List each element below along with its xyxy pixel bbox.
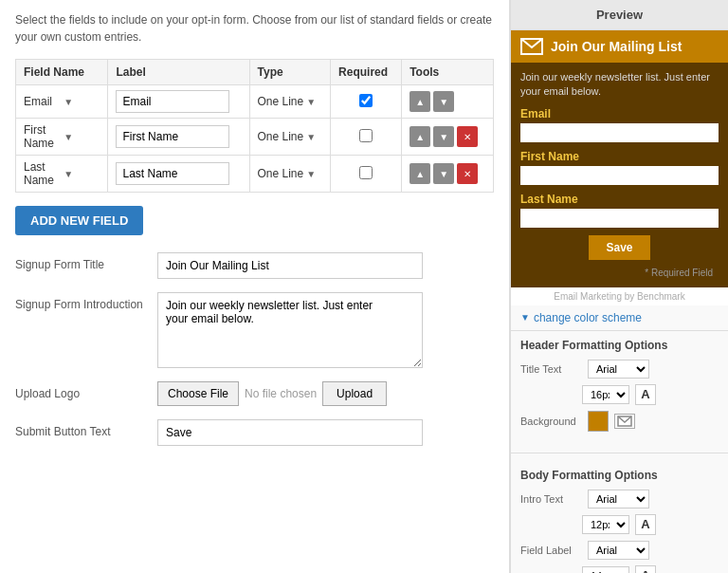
move-down-button[interactable]: ▼	[433, 163, 454, 184]
intro-text: Select the fields to include on your opt…	[15, 11, 494, 46]
preview-body: Join our weekly newsletter list. Just en…	[511, 63, 728, 287]
preview-title-text: Join Our Mailing List	[551, 39, 682, 54]
add-new-field-button[interactable]: ADD NEW FIELD	[15, 206, 143, 235]
delete-button[interactable]: ✕	[457, 126, 478, 147]
no-file-text: No file chosen	[245, 387, 317, 400]
signup-form-title-row: Signup Form Title	[15, 252, 494, 279]
field-label-size-row: 14px A	[520, 565, 719, 573]
signup-title-input[interactable]	[157, 252, 423, 279]
field-name-dropdown[interactable]: ▼	[64, 97, 100, 107]
body-formatting-title: Body Formatting Options	[520, 469, 719, 482]
intro-font-color-button[interactable]: A	[635, 514, 656, 535]
field-name-text: First Name	[24, 123, 60, 150]
required-checkbox[interactable]	[359, 94, 373, 107]
preview-header: Preview	[511, 0, 728, 30]
header-formatting-title: Header Formatting Options	[520, 339, 719, 352]
background-label: Background	[520, 416, 582, 427]
background-row: Background	[520, 411, 719, 432]
signup-title-label: Signup Form Title	[15, 252, 157, 271]
intro-text-row: Intro Text Arial	[520, 490, 719, 508]
type-text: One Line	[258, 130, 304, 143]
title-font-select[interactable]: Arial	[588, 360, 649, 379]
label-input[interactable]	[116, 90, 229, 113]
field-name-text: Last Name	[24, 160, 60, 187]
preview-field-label: Email	[520, 107, 719, 120]
preview-field: Last Name	[520, 193, 719, 228]
field-label-font-select[interactable]: Arial	[588, 541, 649, 560]
type-text: One Line	[258, 167, 304, 180]
type-text: One Line	[258, 95, 304, 108]
submit-button-text-row: Submit Button Text	[15, 419, 494, 446]
field-name-dropdown[interactable]: ▼	[64, 132, 100, 142]
required-checkbox[interactable]	[359, 166, 373, 179]
preview-field-label: First Name	[520, 150, 719, 163]
signup-intro-row: Signup Form Introduction	[15, 292, 494, 368]
col-header-label: Label	[108, 60, 249, 85]
preview-box: Join Our Mailing List Join our weekly ne…	[511, 30, 728, 305]
submit-btn-label: Submit Button Text	[15, 419, 157, 438]
title-text-row: Title Text Arial	[520, 360, 719, 379]
upload-button[interactable]: Upload	[322, 381, 387, 406]
table-row: Email ▼ One Line ▼ ▲ ▼	[16, 85, 494, 119]
body-formatting-section: Body Formatting Options Intro Text Arial…	[511, 461, 728, 573]
type-dropdown[interactable]: ▼	[306, 132, 316, 142]
intro-text-label: Intro Text	[520, 493, 582, 505]
color-scheme-link[interactable]: change color scheme	[534, 311, 642, 324]
title-size-row: 16px A	[520, 384, 719, 405]
field-label-row: Field Label Arial	[520, 541, 719, 560]
col-header-required: Required	[331, 60, 402, 85]
title-size-select[interactable]: 16px	[582, 385, 629, 404]
upload-logo-row: Upload Logo Choose File No file chosen U…	[15, 381, 494, 406]
field-label-size-select[interactable]: 14px	[582, 566, 629, 573]
move-down-button[interactable]: ▼	[433, 91, 454, 112]
preview-required-text: * Required Field	[520, 266, 719, 280]
label-input[interactable]	[116, 125, 229, 148]
type-dropdown[interactable]: ▼	[306, 97, 316, 107]
background-color-swatch[interactable]	[588, 411, 609, 432]
table-row: First Name ▼ One Line ▼ ▲ ▼✕	[16, 119, 494, 156]
signup-intro-textarea[interactable]	[157, 292, 423, 368]
field-name-text: Email	[24, 95, 60, 108]
col-header-type: Type	[249, 60, 331, 85]
title-font-color-button[interactable]: A	[635, 384, 656, 405]
intro-size-row: 12px A	[520, 514, 719, 535]
color-scheme-arrow-icon: ▼	[520, 312, 530, 323]
field-label-font-color-button[interactable]: A	[635, 565, 656, 573]
table-row: Last Name ▼ One Line ▼ ▲ ▼✕	[16, 156, 494, 193]
preview-field: First Name	[520, 150, 719, 185]
preview-footer: Email Marketing by Benchmark	[511, 287, 728, 305]
required-checkbox[interactable]	[359, 129, 373, 142]
col-header-tools: Tools	[402, 60, 494, 85]
preview-field: Email	[520, 107, 719, 142]
signup-intro-label: Signup Form Introduction	[15, 292, 157, 311]
submit-btn-input[interactable]	[157, 419, 423, 446]
preview-field-input	[520, 166, 719, 185]
move-up-button[interactable]: ▲	[410, 126, 430, 147]
intro-font-select[interactable]: Arial	[588, 490, 649, 508]
choose-file-button[interactable]: Choose File	[157, 381, 239, 406]
field-name-dropdown[interactable]: ▼	[64, 169, 100, 179]
col-header-field-name: Field Name	[16, 60, 108, 85]
preview-field-input	[520, 123, 719, 142]
preview-save-button[interactable]: Save	[589, 235, 649, 260]
move-up-button[interactable]: ▲	[410, 163, 430, 184]
preview-title-bar: Join Our Mailing List	[511, 30, 728, 63]
color-scheme-row: ▼ change color scheme	[511, 305, 728, 331]
label-input[interactable]	[116, 162, 229, 185]
delete-button[interactable]: ✕	[457, 163, 478, 184]
move-down-button[interactable]: ▼	[433, 126, 454, 147]
preview-field-label: Last Name	[520, 193, 719, 206]
move-up-button[interactable]: ▲	[410, 91, 430, 112]
intro-size-select[interactable]: 12px	[582, 515, 629, 534]
field-label-label: Field Label	[520, 545, 582, 556]
header-formatting-section: Header Formatting Options Title Text Ari…	[511, 331, 728, 445]
type-dropdown[interactable]: ▼	[306, 169, 316, 179]
upload-logo-label: Upload Logo	[15, 381, 157, 400]
title-text-label: Title Text	[520, 363, 582, 375]
preview-intro-text: Join our weekly newsletter list. Just en…	[520, 70, 719, 100]
preview-field-input	[520, 209, 719, 228]
fields-table: Field Name Label Type Required Tools Ema…	[15, 59, 494, 193]
envelope-icon	[520, 38, 543, 55]
envelope-small-icon[interactable]	[614, 414, 635, 429]
